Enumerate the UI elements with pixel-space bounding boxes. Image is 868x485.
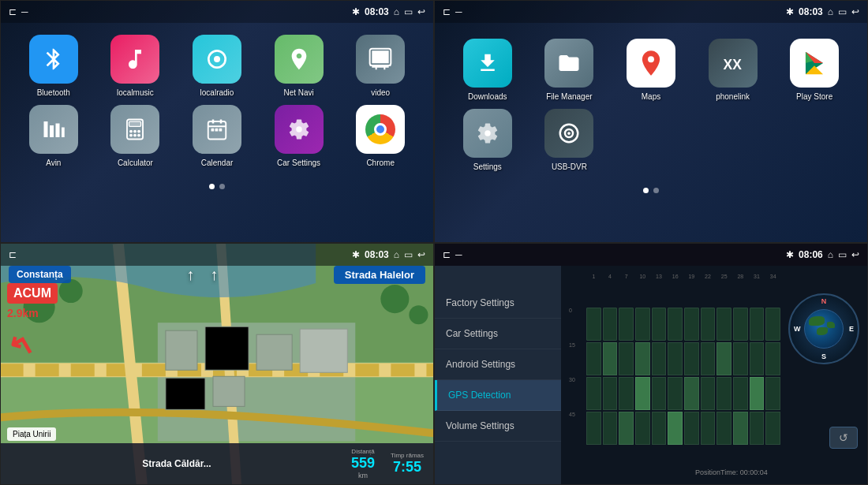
home-icon-tr[interactable]: ⊏ (443, 6, 451, 17)
calculator-icon (110, 105, 159, 154)
empty-cell-3 (777, 109, 851, 171)
svg-rect-42 (213, 376, 245, 406)
gps-cell-r4c10 (733, 412, 748, 445)
app-carsettings[interactable]: Car Settings (262, 105, 336, 167)
app-filemanager[interactable]: File Manager (533, 39, 607, 101)
svg-point-33 (568, 132, 571, 135)
playstore-icon (790, 39, 839, 88)
gps-cell-r3c4 (635, 377, 650, 410)
dot-1-tl[interactable] (209, 184, 215, 189)
gps-cell-r4c8 (701, 412, 716, 445)
nav-time-value: 7:55 (393, 459, 421, 476)
gps-col-1: 1 (586, 274, 601, 307)
gps-cell-r2c10 (733, 342, 748, 375)
carsettings-icon (275, 105, 324, 154)
status-time-tl: 08:03 (365, 6, 389, 17)
gps-cell-r4c3 (619, 412, 634, 445)
dot-2-tl[interactable] (219, 184, 225, 189)
back-icon-br[interactable]: ↩ (851, 249, 859, 260)
gps-cell-r4c9 (716, 412, 731, 445)
usbdvr-icon (544, 109, 593, 158)
gps-cell-r3c11 (750, 377, 765, 410)
app-localradio[interactable]: localradio (180, 35, 254, 97)
gps-col-3: 7 (619, 274, 634, 307)
calculator-label: Calculator (118, 159, 153, 167)
video-label: video (371, 88, 390, 97)
gps-cell-r4c1 (586, 412, 601, 445)
bluetooth-status-br: ✱ (786, 249, 794, 260)
gps-cell-r3c1 (586, 377, 601, 410)
nav-distance-unit: km (358, 472, 368, 479)
back-icon-bl[interactable]: ↩ (417, 249, 425, 260)
svg-rect-40 (300, 329, 347, 372)
dot-2-tr[interactable] (653, 188, 659, 193)
home-icon-bl[interactable]: ⊏ (9, 249, 17, 260)
settings-volume[interactable]: Volume Settings (435, 411, 561, 442)
refresh-button[interactable]: ↺ (829, 427, 858, 449)
app-phonelink[interactable]: XX phonelink (696, 39, 770, 101)
downloads-icon (463, 39, 512, 88)
empty-cell-2 (696, 109, 770, 171)
app-netnavi[interactable]: Net Navi (262, 35, 336, 97)
phonelink-label: phonelink (716, 92, 750, 101)
nav-distance-box: Distanță 559 km (351, 448, 375, 479)
home-icon-br[interactable]: ⊏ (443, 249, 451, 260)
app-usbdvr[interactable]: USB-DVR (533, 109, 607, 171)
gps-cell-r2c11 (750, 342, 765, 375)
back-icon-tr[interactable]: ↩ (851, 6, 859, 17)
svg-point-27 (648, 56, 654, 62)
svg-text:XX: XX (723, 57, 742, 73)
localradio-label: localradio (200, 88, 234, 97)
gps-cell-r2c7 (684, 342, 699, 375)
settings-android[interactable]: Android Settings (435, 349, 561, 380)
settings-car[interactable]: Car Settings (435, 319, 561, 349)
gps-cell-r4c4 (635, 412, 650, 445)
compass-west: W (794, 325, 801, 333)
gps-cell-r3c5 (652, 377, 667, 410)
globe-land-2 (817, 327, 828, 335)
app-calendar[interactable]: Calendar (180, 105, 254, 167)
app-bluetooth[interactable]: Bluetooth (17, 35, 91, 97)
gps-col-12: 34 (765, 274, 780, 307)
gps-cell-r1c9 (716, 308, 731, 341)
app-avin[interactable]: Avin (17, 105, 91, 167)
dots-tr (435, 183, 867, 198)
gps-col-2: 4 (603, 274, 618, 307)
svg-point-17 (138, 134, 141, 137)
nav-bottom-bar: Strada Căldăr... Distanță 559 km Timp ră… (1, 443, 433, 484)
signal-icon-bl: ⌂ (394, 249, 399, 260)
home-icon[interactable]: ⊏ (9, 6, 17, 17)
minus-icon-tr[interactable]: ─ (455, 6, 462, 17)
gps-cell-r1c8 (701, 308, 716, 341)
app-playstore[interactable]: Play Store (777, 39, 851, 101)
back-icon-tl[interactable]: ↩ (417, 6, 425, 17)
gps-col-10: 28 (733, 274, 748, 307)
app-settings[interactable]: Settings (451, 109, 525, 171)
gps-col-6: 16 (668, 274, 683, 307)
app-chrome[interactable]: Chrome (343, 105, 417, 167)
signal-icon-tr: ⌂ (828, 6, 833, 17)
minus-icon[interactable]: ─ (21, 6, 28, 17)
gps-row-label-4: 45 (569, 412, 585, 445)
settings-icon (463, 109, 512, 158)
app-calculator[interactable]: Calculator (99, 105, 173, 167)
dot-1-tr[interactable] (643, 188, 649, 193)
app-maps[interactable]: Maps (614, 39, 688, 101)
gps-cell-r2c6 (668, 342, 683, 375)
gps-grid-container: 1 4 7 10 13 16 19 22 25 28 31 34 0 (569, 274, 780, 446)
gps-cell-r3c8 (701, 377, 716, 410)
minus-icon-br[interactable]: ─ (455, 249, 462, 260)
globe-land-3 (827, 322, 835, 328)
maps-icon (627, 39, 675, 88)
settings-gps[interactable]: GPS Detection (435, 380, 561, 411)
app-localmusic[interactable]: localmusic (99, 35, 173, 97)
gps-cell-r1c11 (750, 308, 765, 341)
signal-icon-tl: ⌂ (394, 6, 399, 17)
app-downloads[interactable]: Downloads (451, 39, 525, 101)
settings-factory[interactable]: Factory Settings (435, 288, 561, 319)
gps-cell-r2c2 (603, 342, 618, 375)
chrome-icon-visual (365, 114, 395, 144)
gps-cell-r3c3 (619, 377, 634, 410)
svg-point-14 (138, 130, 141, 133)
app-video[interactable]: video (343, 35, 417, 97)
